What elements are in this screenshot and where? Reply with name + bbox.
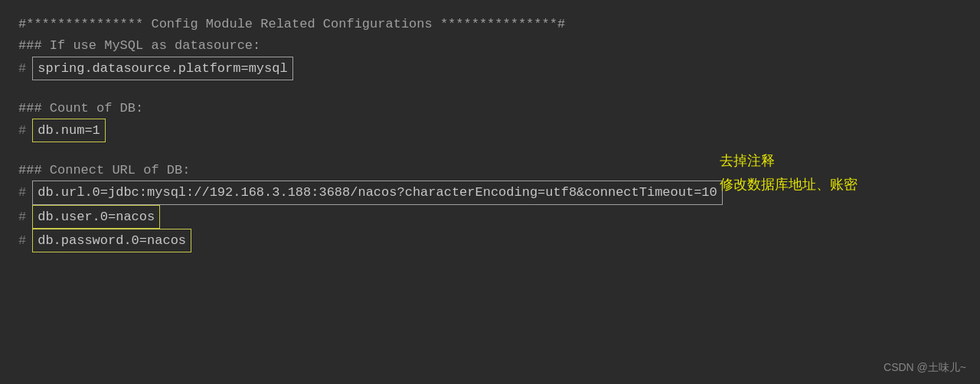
count-db-comment: ### Count of DB: <box>18 98 143 119</box>
code-line-5: # db.num=1 <box>18 119 962 142</box>
db-password-box: db.password.0=nacos <box>32 229 191 252</box>
code-line-2: ### If use MySQL as datasource: <box>18 35 962 57</box>
annotation-line2: 修改数据库地址、账密 <box>720 173 858 197</box>
connect-url-comment: ### Connect URL of DB: <box>18 160 190 181</box>
db-num-box: db.num=1 <box>32 119 106 142</box>
db-url-box: db.url.0=jdbc:mysql://192.168.3.188:3688… <box>32 181 723 204</box>
annotation-block: 去掉注释 修改数据库地址、账密 <box>720 149 858 196</box>
code-block: #*************** Config Module Related C… <box>0 0 980 266</box>
spacer-1 <box>18 80 962 97</box>
code-line-3: # spring.datasource.platform=mysql <box>18 57 962 80</box>
config-header: #*************** Config Module Related C… <box>18 14 565 34</box>
code-line-8: # db.user.0=nacos <box>18 205 962 229</box>
code-line-4: ### Count of DB: <box>18 97 962 119</box>
watermark: CSDN @土味儿~ <box>884 361 966 375</box>
annotation-line1: 去掉注释 <box>720 149 858 173</box>
mysql-comment: ### If use MySQL as datasource: <box>18 35 260 56</box>
datasource-platform-box: spring.datasource.platform=mysql <box>32 57 292 80</box>
db-user-box: db.user.0=nacos <box>32 205 160 229</box>
code-line-1: #*************** Config Module Related C… <box>18 14 962 35</box>
code-line-9: # db.password.0=nacos <box>18 229 962 252</box>
